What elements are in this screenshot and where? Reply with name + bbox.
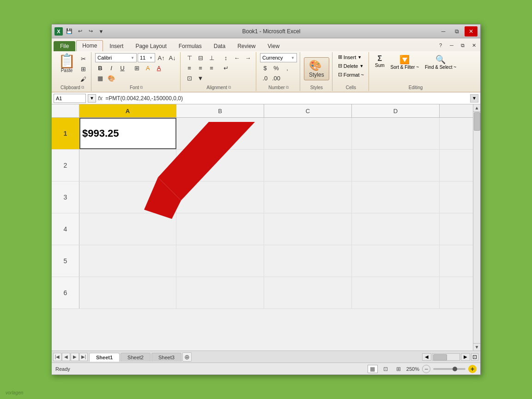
sheet-tab-1[interactable]: Sheet1 bbox=[89, 353, 120, 362]
dec-increase-btn[interactable]: .0 bbox=[260, 73, 270, 83]
comma-btn[interactable]: , bbox=[282, 63, 292, 73]
tab-page-layout[interactable]: Page Layout bbox=[130, 41, 172, 51]
indent-increase-btn[interactable]: → bbox=[243, 53, 253, 62]
tab-formulas[interactable]: Formulas bbox=[173, 41, 207, 51]
h-scroll-left[interactable]: ◀ bbox=[422, 353, 431, 361]
scroll-up-btn[interactable]: ▲ bbox=[473, 104, 481, 112]
h-scroll-right[interactable]: ▶ bbox=[461, 353, 470, 361]
normal-view-btn[interactable]: ▦ bbox=[368, 365, 378, 373]
cell-a4[interactable] bbox=[79, 213, 176, 245]
text-direction-btn[interactable]: ↕ bbox=[221, 53, 231, 62]
dec-decrease-btn[interactable]: .00 bbox=[271, 73, 281, 83]
align-center-btn[interactable]: ≡ bbox=[195, 63, 206, 73]
cell-a5[interactable] bbox=[79, 245, 176, 277]
fill-dropdown[interactable]: 🎨 bbox=[106, 73, 116, 83]
indent-decrease-btn[interactable]: ← bbox=[232, 53, 242, 62]
underline-button[interactable]: U bbox=[117, 63, 127, 73]
customize-quick-btn[interactable]: ▼ bbox=[97, 27, 106, 36]
h-scroll-thumb[interactable] bbox=[433, 354, 447, 361]
ribbon-close-icon[interactable]: ✕ bbox=[469, 41, 478, 50]
increase-font-btn[interactable]: A↑ bbox=[156, 53, 166, 62]
wrap-text-btn[interactable]: ↵ bbox=[221, 63, 231, 73]
row-header-5[interactable]: 5 bbox=[52, 245, 79, 277]
cell-d1[interactable] bbox=[352, 118, 440, 149]
page-break-view-btn[interactable]: ⊞ bbox=[393, 365, 404, 373]
row-header-1[interactable]: 1 bbox=[52, 118, 79, 149]
zoom-slider-thumb[interactable] bbox=[453, 367, 457, 371]
col-header-a[interactable]: A bbox=[79, 104, 176, 117]
insert-cells-btn[interactable]: ⊞Insert▼ bbox=[336, 53, 363, 61]
cell-a6[interactable] bbox=[79, 277, 176, 308]
delete-cells-btn[interactable]: ⊟Delete▼ bbox=[336, 62, 366, 70]
align-middle-btn[interactable]: ⊟ bbox=[195, 53, 206, 62]
merge-center-btn[interactable]: ⊡ bbox=[184, 73, 194, 83]
cell-c2[interactable] bbox=[264, 150, 352, 181]
cell-b4[interactable] bbox=[176, 213, 264, 245]
zoom-slider[interactable] bbox=[433, 368, 466, 370]
sheet-first-btn[interactable]: |◀ bbox=[53, 353, 61, 361]
cell-a2[interactable] bbox=[79, 150, 176, 181]
italic-button[interactable]: I bbox=[106, 63, 116, 73]
cell-b1[interactable] bbox=[176, 118, 264, 149]
tab-data[interactable]: Data bbox=[208, 41, 231, 51]
new-sheet-btn[interactable]: ⊕ bbox=[182, 352, 192, 362]
save-quick-btn[interactable]: 💾 bbox=[65, 27, 74, 36]
help-icon[interactable]: ? bbox=[436, 41, 445, 50]
page-layout-view-btn[interactable]: ⊡ bbox=[381, 365, 391, 373]
row-header-4[interactable]: 4 bbox=[52, 213, 79, 245]
font-size-dropdown[interactable]: 11 ▼ bbox=[138, 53, 155, 62]
cell-c4[interactable] bbox=[264, 213, 352, 245]
decrease-font-btn[interactable]: A↓ bbox=[167, 53, 177, 62]
borders-dropdown[interactable]: ▦ bbox=[95, 73, 105, 83]
font-expand-icon[interactable]: ⧉ bbox=[140, 85, 143, 90]
cell-b2[interactable] bbox=[176, 150, 264, 181]
sum-btn[interactable]: Σ Sum bbox=[373, 53, 387, 69]
alignment-expand-icon[interactable]: ⧉ bbox=[228, 85, 231, 90]
dollar-btn[interactable]: $ bbox=[260, 63, 270, 73]
cut-button[interactable]: ✂ bbox=[78, 54, 88, 63]
cell-b3[interactable] bbox=[176, 181, 264, 213]
cell-a3[interactable] bbox=[79, 181, 176, 213]
align-left-btn[interactable]: ≡ bbox=[184, 63, 194, 73]
font-name-dropdown[interactable]: Calibri ▼ bbox=[95, 53, 137, 62]
copy-button[interactable]: ⊞ bbox=[78, 64, 88, 73]
percent-btn[interactable]: % bbox=[271, 63, 281, 73]
number-expand-icon[interactable]: ⧉ bbox=[286, 85, 289, 90]
formula-scroll-btn[interactable]: ▼ bbox=[470, 94, 478, 103]
name-box[interactable]: A1 bbox=[54, 94, 86, 103]
col-header-d[interactable]: D bbox=[352, 104, 440, 117]
col-header-b[interactable]: B bbox=[176, 104, 264, 117]
find-select-btn[interactable]: 🔍 Find & Select ~ bbox=[423, 53, 459, 71]
undo-quick-btn[interactable]: ↩ bbox=[75, 27, 85, 36]
cell-c3[interactable] bbox=[264, 181, 352, 213]
font-color-button[interactable]: A bbox=[154, 63, 164, 73]
cell-c1[interactable] bbox=[264, 118, 352, 149]
scroll-down-btn[interactable]: ▼ bbox=[473, 343, 481, 351]
cell-d5[interactable] bbox=[352, 245, 440, 277]
format-cells-btn[interactable]: ⊡Format ~ bbox=[336, 71, 366, 79]
cell-d6[interactable] bbox=[352, 277, 440, 308]
scroll-track[interactable] bbox=[473, 112, 480, 343]
cell-c6[interactable] bbox=[264, 277, 352, 308]
tab-insert[interactable]: Insert bbox=[104, 41, 129, 51]
border-button[interactable]: ⊞ bbox=[132, 63, 142, 73]
h-scroll-track[interactable] bbox=[432, 353, 460, 361]
fill-color-button[interactable]: A bbox=[143, 63, 153, 73]
sheet-tab-3[interactable]: Sheet3 bbox=[151, 353, 181, 362]
formula-expand-btn[interactable]: ▼ bbox=[88, 94, 96, 103]
minimize-button[interactable]: ─ bbox=[437, 26, 450, 36]
paste-button[interactable]: 📋 Paste bbox=[56, 53, 77, 74]
ribbon-restore-icon[interactable]: ⧉ bbox=[458, 41, 467, 50]
restore-button[interactable]: ⧉ bbox=[451, 26, 464, 36]
sheet-next-btn[interactable]: ▶ bbox=[71, 353, 79, 361]
formula-input[interactable] bbox=[105, 95, 468, 102]
align-top-btn[interactable]: ⊤ bbox=[184, 53, 194, 62]
cell-b5[interactable] bbox=[176, 245, 264, 277]
cell-b6[interactable] bbox=[176, 277, 264, 308]
zoom-minus-btn[interactable]: − bbox=[422, 365, 430, 373]
bold-button[interactable]: B bbox=[95, 63, 105, 73]
cell-d3[interactable] bbox=[352, 181, 440, 213]
redo-quick-btn[interactable]: ↪ bbox=[86, 27, 95, 36]
sheet-last-btn[interactable]: ▶| bbox=[79, 353, 88, 361]
tab-home[interactable]: Home bbox=[76, 40, 103, 51]
